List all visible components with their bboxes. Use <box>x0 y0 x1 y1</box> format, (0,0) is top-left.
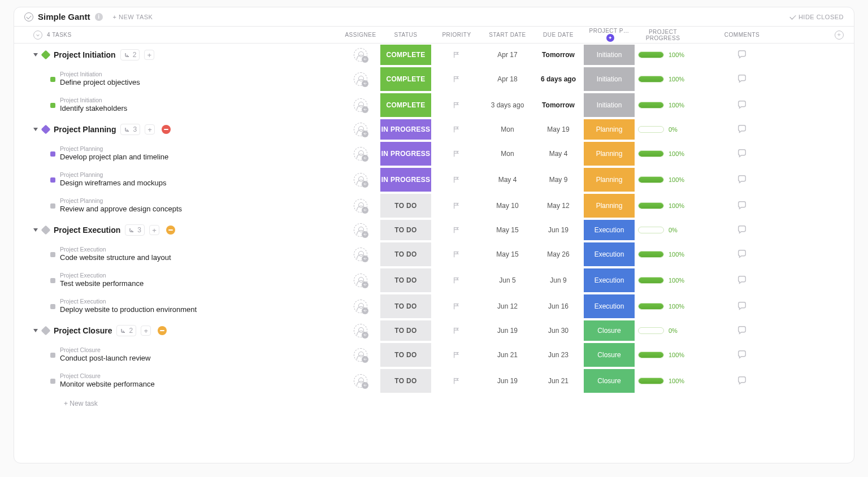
comments-cell[interactable] <box>691 141 793 167</box>
group-row[interactable]: Project Initiation 2 + + COMPLETE Apr 17… <box>24 44 844 66</box>
subtask-row[interactable]: Project Execution Deploy website to prod… <box>24 293 844 319</box>
progress-cell[interactable]: 100% <box>635 66 691 92</box>
comments-cell[interactable] <box>691 193 793 219</box>
status-cell[interactable]: TO DO <box>380 343 431 367</box>
due-date-cell[interactable]: Tomorrow <box>533 44 584 66</box>
progress-cell[interactable]: 100% <box>635 342 691 368</box>
subtask-title[interactable]: Monitor website performance <box>60 380 155 389</box>
group-toggle-icon[interactable] <box>33 53 38 57</box>
assignee-cell[interactable]: + <box>341 118 380 141</box>
assignee-cell[interactable]: + <box>341 193 380 219</box>
progress-cell[interactable]: 0% <box>635 219 691 241</box>
phase-cell[interactable]: Execution <box>584 294 635 318</box>
due-date-cell[interactable]: Jun 9 <box>533 267 584 293</box>
status-cell[interactable]: TO DO <box>380 220 431 240</box>
subtask-count-badge[interactable]: 3 <box>125 224 145 236</box>
assignee-cell[interactable]: + <box>341 66 380 92</box>
priority-cell[interactable] <box>431 267 482 293</box>
assignee-cell[interactable]: + <box>341 293 380 319</box>
phase-cell[interactable]: Planning <box>584 119 635 140</box>
subtask-title[interactable]: Develop project plan and timeline <box>60 153 168 162</box>
assignee-cell[interactable]: + <box>341 167 380 193</box>
group-toggle-icon[interactable] <box>33 128 38 131</box>
add-column-button[interactable]: + <box>835 31 844 40</box>
group-row[interactable]: Project Closure 2 + + TO DO Jun 19 Jun 3… <box>24 319 844 342</box>
status-cell[interactable]: COMPLETE <box>380 93 431 117</box>
subtask-title[interactable]: Define project objectives <box>60 78 140 87</box>
group-toggle-icon[interactable] <box>33 329 38 332</box>
group-toggle-icon[interactable] <box>33 228 38 232</box>
start-date-cell[interactable]: May 15 <box>482 241 533 267</box>
phase-cell[interactable]: Execution <box>584 268 635 292</box>
phase-cell[interactable]: Initiation <box>584 67 635 91</box>
subtask-title[interactable]: Conduct post-launch review <box>60 354 150 363</box>
progress-cell[interactable]: 100% <box>635 293 691 319</box>
new-task-row[interactable]: + New task <box>24 394 844 407</box>
start-date-cell[interactable]: Apr 18 <box>482 66 533 92</box>
subtask-row[interactable]: Project Closure Monitor website performa… <box>24 368 844 394</box>
priority-cell[interactable] <box>431 66 482 92</box>
comments-cell[interactable] <box>691 342 793 368</box>
priority-cell[interactable] <box>431 241 482 267</box>
status-cell[interactable]: TO DO <box>380 320 431 341</box>
due-date-cell[interactable]: May 19 <box>533 118 584 141</box>
group-name[interactable]: Project Planning <box>54 125 116 134</box>
subtask-title[interactable]: Review and approve design concepts <box>60 205 182 214</box>
due-date-cell[interactable]: 6 days ago <box>533 66 584 92</box>
due-date-cell[interactable]: May 26 <box>533 241 584 267</box>
col-due[interactable]: DUE DATE <box>533 32 584 38</box>
hide-closed-toggle[interactable]: HIDE CLOSED <box>790 14 844 20</box>
status-cell[interactable]: IN PROGRESS <box>380 142 431 166</box>
subtask-count-badge[interactable]: 3 <box>120 124 140 135</box>
comments-cell[interactable] <box>691 92 793 118</box>
progress-cell[interactable]: 100% <box>635 193 691 219</box>
priority-cell[interactable] <box>431 118 482 141</box>
col-start[interactable]: START DATE <box>482 32 533 38</box>
progress-cell[interactable]: 0% <box>635 319 691 342</box>
priority-cell[interactable] <box>431 342 482 368</box>
add-subtask-button[interactable]: + <box>149 225 159 235</box>
comments-cell[interactable] <box>691 267 793 293</box>
comments-cell[interactable] <box>691 293 793 319</box>
subtask-row[interactable]: Project Planning Develop project plan an… <box>24 141 844 167</box>
due-date-cell[interactable]: Jun 23 <box>533 342 584 368</box>
status-cell[interactable]: TO DO <box>380 294 431 318</box>
col-progress[interactable]: PROJECT PROGRESS <box>635 29 691 41</box>
comments-cell[interactable] <box>691 66 793 92</box>
priority-cell[interactable] <box>431 92 482 118</box>
col-status[interactable]: STATUS <box>380 32 431 38</box>
subtask-row[interactable]: Project Planning Design wireframes and m… <box>24 167 844 193</box>
col-priority[interactable]: PRIORITY <box>431 32 482 38</box>
phase-cell[interactable]: Initiation <box>584 93 635 117</box>
start-date-cell[interactable]: May 15 <box>482 219 533 241</box>
subtask-row[interactable]: Project Initiation Define project object… <box>24 66 844 92</box>
add-subtask-button[interactable]: + <box>145 124 155 135</box>
group-name[interactable]: Project Closure <box>54 326 112 335</box>
due-date-cell[interactable]: Tomorrow <box>533 92 584 118</box>
subtask-title[interactable]: Test website performance <box>60 279 144 288</box>
subtask-title[interactable]: Deploy website to production environment <box>60 305 197 314</box>
phase-cell[interactable]: Planning <box>584 194 635 218</box>
start-date-cell[interactable]: Mon <box>482 118 533 141</box>
col-comments[interactable]: COMMENTS <box>691 32 793 38</box>
comments-cell[interactable] <box>691 44 793 66</box>
subtask-row[interactable]: Project Initiation Identify stakeholders… <box>24 92 844 118</box>
due-date-cell[interactable]: Jun 30 <box>533 319 584 342</box>
progress-cell[interactable]: 100% <box>635 44 691 66</box>
assignee-cell[interactable]: + <box>341 92 380 118</box>
group-name[interactable]: Project Initiation <box>54 50 116 59</box>
phase-cell[interactable]: Initiation <box>584 45 635 65</box>
due-date-cell[interactable]: May 4 <box>533 141 584 167</box>
due-date-cell[interactable]: Jun 16 <box>533 293 584 319</box>
due-date-cell[interactable]: Jun 21 <box>533 368 584 394</box>
group-row[interactable]: Project Planning 3 + + IN PROGRESS Mon M… <box>24 118 844 141</box>
status-cell[interactable]: IN PROGRESS <box>380 168 431 192</box>
subtask-title[interactable]: Identify stakeholders <box>60 104 127 113</box>
priority-cell[interactable] <box>431 167 482 193</box>
subtask-row[interactable]: Project Execution Test website performan… <box>24 267 844 293</box>
assignee-cell[interactable]: + <box>341 319 380 342</box>
phase-cell[interactable]: Closure <box>584 343 635 367</box>
phase-cell[interactable]: Planning <box>584 142 635 166</box>
progress-cell[interactable]: 100% <box>635 141 691 167</box>
progress-cell[interactable]: 100% <box>635 368 691 394</box>
